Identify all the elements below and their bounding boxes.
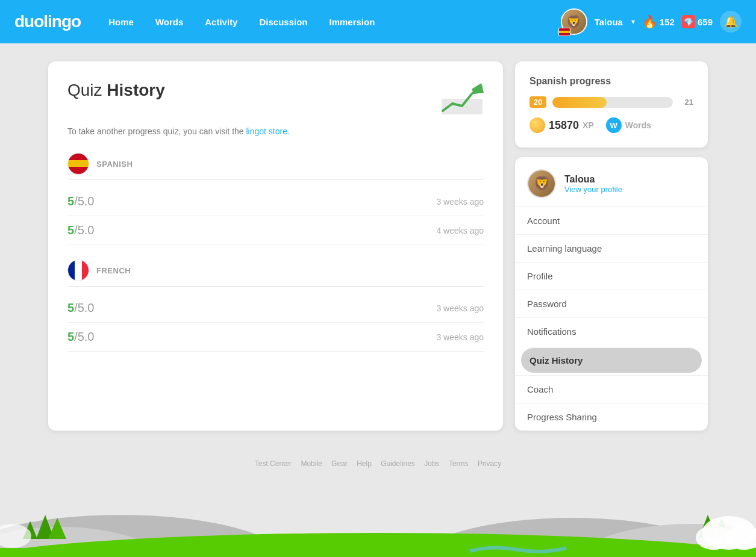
- quiz-date: 3 weeks ago: [436, 303, 484, 313]
- words-orb: W: [606, 117, 622, 133]
- nav-words[interactable]: Words: [147, 13, 192, 31]
- xp-orb: [530, 117, 545, 133]
- xp-value: 15870: [549, 119, 579, 132]
- language-name-french: FRENCH: [96, 266, 131, 275]
- view-profile-link[interactable]: View your profile: [564, 185, 622, 194]
- nav-home[interactable]: Home: [100, 13, 142, 31]
- stats-row: 15870 XP W Words: [530, 117, 693, 133]
- xp-bar-container: 20 21: [530, 96, 693, 108]
- words-stat: W Words: [606, 117, 651, 133]
- divider-french: [67, 286, 484, 287]
- footer-link-terms[interactable]: Terms: [449, 459, 469, 468]
- xp-label: XP: [583, 120, 594, 130]
- svg-point-15: [696, 526, 732, 550]
- language-header-french: FRENCH: [67, 260, 484, 281]
- menu-item-coach[interactable]: Coach: [515, 375, 708, 403]
- svg-point-3: [0, 527, 169, 557]
- quiz-score: 5/5.0: [67, 301, 116, 315]
- svg-point-5: [572, 524, 756, 557]
- menu-item-password[interactable]: Password: [515, 290, 708, 317]
- fire-icon: 🔥: [642, 14, 657, 29]
- footer-link-jobs[interactable]: Jobs: [424, 459, 439, 468]
- nav-links: Home Words Activity Discussion Immersion: [100, 13, 561, 31]
- nav-activity[interactable]: Activity: [196, 13, 246, 31]
- profile-name: Taloua: [564, 174, 622, 185]
- quiz-date: 3 weeks ago: [436, 197, 484, 207]
- menu-item-notifications[interactable]: Notifications: [515, 317, 708, 345]
- quiz-row: 5/5.0 3 weeks ago: [67, 187, 484, 216]
- gem-icon: 💎: [682, 15, 695, 28]
- footer-link-gear[interactable]: Gear: [331, 459, 348, 468]
- progress-card: Spanish progress 20 21 15870 XP W Words: [515, 61, 708, 148]
- svg-marker-12: [714, 518, 729, 538]
- profile-menu-card: 🦁 Taloua View your profile Account Learn…: [515, 157, 708, 431]
- navbar-right: 🦁 Taloua ▾ 🔥 152 💎 659 🔔: [561, 8, 742, 35]
- chevron-down-icon: ▾: [631, 17, 635, 26]
- svg-point-14: [726, 526, 756, 550]
- quiz-row: 5/5.0 3 weeks ago: [67, 294, 484, 323]
- svg-marker-1: [472, 83, 484, 94]
- quiz-title: Quiz History: [67, 81, 165, 100]
- menu-item-learning-language[interactable]: Learning language: [515, 234, 708, 262]
- user-name[interactable]: Taloua: [595, 17, 623, 27]
- language-section-french: FRENCH 5/5.0 3 weeks ago 5/5.0 3 weeks a…: [67, 260, 484, 352]
- nav-immersion[interactable]: Immersion: [321, 13, 384, 31]
- quiz-row: 5/5.0 3 weeks ago: [67, 323, 484, 352]
- menu-item-quiz-history[interactable]: Quiz History: [521, 347, 702, 373]
- menu-item-account[interactable]: Account: [515, 207, 708, 234]
- level-next: 21: [679, 98, 693, 107]
- lingot-store-link[interactable]: lingot store.: [246, 126, 290, 136]
- xp-stat: 15870 XP: [530, 117, 594, 133]
- language-header-spanish: SPANISH: [67, 153, 484, 175]
- svg-point-6: [0, 533, 756, 557]
- xp-bar-fill: [552, 97, 607, 108]
- main-content: Quiz History To take another progress qu…: [0, 43, 756, 449]
- bell-icon[interactable]: 🔔: [720, 11, 742, 33]
- svg-point-16: [0, 524, 31, 548]
- svg-marker-11: [699, 515, 717, 538]
- words-label: Words: [625, 120, 651, 130]
- footer-link-testcenter[interactable]: Test Center: [255, 459, 292, 468]
- streak-badge: 🔥 152: [642, 14, 675, 29]
- footer: Test Center Mobile Gear Help Guidelines …: [0, 455, 756, 470]
- chart-icon: [440, 81, 484, 117]
- quiz-row: 5/5.0 4 weeks ago: [67, 216, 484, 245]
- svg-marker-8: [36, 515, 54, 539]
- flag-circle-es: [67, 153, 89, 175]
- gem-value: 659: [698, 17, 713, 27]
- quiz-date: 3 weeks ago: [436, 332, 484, 342]
- svg-marker-10: [23, 521, 37, 539]
- right-panel: Spanish progress 20 21 15870 XP W Words: [515, 61, 708, 431]
- footer-link-mobile[interactable]: Mobile: [301, 459, 322, 468]
- svg-point-13: [702, 516, 756, 550]
- menu-item-progress-sharing[interactable]: Progress Sharing: [515, 403, 708, 431]
- progress-title: Spanish progress: [530, 76, 693, 87]
- quiz-subtitle: To take another progress quiz, you can v…: [67, 126, 484, 136]
- user-flag-avatar[interactable]: 🦁: [561, 8, 587, 35]
- language-name-spanish: SPANISH: [96, 160, 133, 169]
- svg-point-2: [0, 515, 289, 557]
- footer-link-privacy[interactable]: Privacy: [478, 459, 501, 468]
- profile-info: Taloua View your profile: [564, 174, 622, 194]
- nav-discussion[interactable]: Discussion: [251, 13, 316, 31]
- gem-badge: 💎 659: [682, 15, 713, 28]
- streak-value: 152: [660, 17, 675, 27]
- menu-item-profile[interactable]: Profile: [515, 262, 708, 290]
- footer-link-guidelines[interactable]: Guidelines: [381, 459, 415, 468]
- navbar: duolingo Home Words Activity Discussion …: [0, 0, 756, 43]
- svg-marker-9: [48, 518, 66, 539]
- profile-header: 🦁 Taloua View your profile: [515, 157, 708, 207]
- flag-circle-fr: [67, 260, 89, 281]
- quiz-score: 5/5.0: [67, 330, 116, 344]
- language-section-spanish: SPANISH 5/5.0 3 weeks ago 5/5.0 4 weeks …: [67, 153, 484, 245]
- quiz-score: 5/5.0: [67, 194, 116, 208]
- flag-es-small: [558, 28, 570, 36]
- landscape-bg: [0, 485, 756, 557]
- profile-avatar: 🦁: [527, 169, 556, 198]
- footer-link-help[interactable]: Help: [357, 459, 372, 468]
- xp-bar-track: [552, 97, 673, 108]
- quiz-score: 5/5.0: [67, 223, 116, 237]
- logo[interactable]: duolingo: [14, 12, 81, 31]
- quiz-header: Quiz History: [67, 81, 484, 117]
- divider-spanish: [67, 179, 484, 180]
